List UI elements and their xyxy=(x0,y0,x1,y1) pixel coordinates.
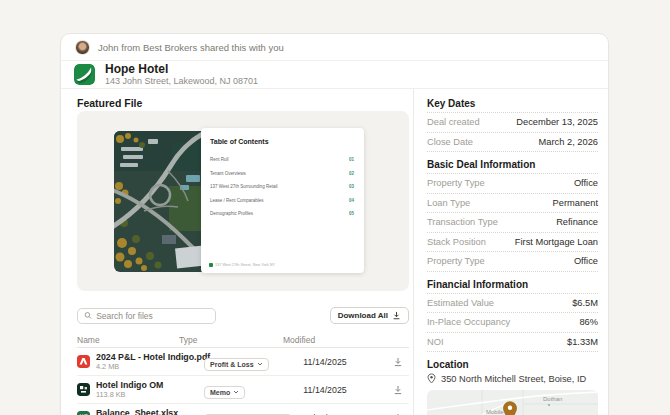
file-type-chip[interactable]: Profit & Loss xyxy=(204,358,269,371)
toc-item-label: Lease / Rent Comparables xyxy=(210,198,264,203)
info-value: Office xyxy=(574,178,598,188)
spreadsheet-file-icon xyxy=(77,411,90,415)
info-row: Stack Position First Mortgage Loan xyxy=(427,233,598,253)
file-modified-date: 11/14/2025 xyxy=(283,385,367,395)
info-label: Deal created xyxy=(427,117,480,127)
info-row: Property Type Office xyxy=(427,252,598,272)
toc-footer-logo-icon xyxy=(209,263,213,267)
download-icon xyxy=(393,385,403,395)
download-all-button[interactable]: Download All xyxy=(330,307,409,324)
info-label: Loan Type xyxy=(427,198,470,208)
map-city-label: Dothan xyxy=(543,396,562,402)
file-download-button[interactable] xyxy=(391,355,405,369)
share-banner: John from Best Brokers shared this with … xyxy=(61,34,608,61)
file-type-chip[interactable]: Memo xyxy=(204,386,245,399)
column-header-modified: Modified xyxy=(283,335,367,345)
chevron-down-icon xyxy=(257,362,263,366)
location-map: Dothan Mobile Tallahassee New Orleans xyxy=(427,390,598,415)
file-row[interactable]: Balance_Sheet.xlsx 43.8 KB Business Fina… xyxy=(77,404,409,415)
toc-item: Rent Roll 01 xyxy=(210,153,354,167)
map-pin-icon xyxy=(427,373,436,384)
section-title-basic-deal-info: Basic Deal Information xyxy=(427,159,598,170)
toc-item: Tenant Overviews 02 xyxy=(210,167,354,181)
info-row: Loan Type Permanent xyxy=(427,194,598,214)
chevron-down-icon xyxy=(233,390,239,394)
file-download-button[interactable] xyxy=(391,383,405,397)
info-value: $1.33M xyxy=(567,337,598,347)
info-value: First Mortgage Loan xyxy=(515,237,598,247)
toc-item: 137 West 27th Surrounding Retail 03 xyxy=(210,180,354,194)
info-label: Estimated Value xyxy=(427,298,494,308)
main-column: Featured File xyxy=(61,89,414,415)
info-value: Refinance xyxy=(556,217,598,227)
deal-info-sidebar: Key Dates Deal created December 13, 2025… xyxy=(414,89,609,415)
pdf-file-icon xyxy=(77,355,90,368)
info-row: Estimated Value $6.5M xyxy=(427,294,598,314)
files-table: Name Type Modified 2024 P&L - Hotel Indi… xyxy=(77,332,409,415)
file-name: Hotel Indigo OM xyxy=(96,380,163,391)
info-row: In-Place Occupancy 86% xyxy=(427,313,598,333)
toc-page-number: 01 xyxy=(349,157,354,162)
toc-footer-text: 137 West 27th Street, New York NY xyxy=(215,263,275,267)
info-row: Transaction Type Refinance xyxy=(427,213,598,233)
location-address: 350 North Mitchell Street, Boise, ID xyxy=(441,374,586,384)
file-download-button[interactable] xyxy=(391,411,405,415)
files-table-header: Name Type Modified xyxy=(77,332,409,348)
info-value: Office xyxy=(574,256,598,266)
share-banner-text: John from Best Brokers shared this with … xyxy=(98,42,284,53)
info-label: Close Date xyxy=(427,137,473,147)
info-label: In-Place Occupancy xyxy=(427,317,510,327)
search-icon xyxy=(84,311,92,320)
info-value: $6.5M xyxy=(572,298,598,308)
toc-item-label: Rent Roll xyxy=(210,157,229,162)
download-all-label: Download All xyxy=(338,311,388,320)
map-city-label: Mobile xyxy=(486,409,504,415)
toc-page-number: 05 xyxy=(349,211,354,216)
column-header-name: Name xyxy=(77,335,179,345)
file-row[interactable]: 2024 P&L - Hotel Indigo.pdf 4.2 MB Profi… xyxy=(77,348,409,376)
toc-title: Table of Contents xyxy=(210,138,354,145)
file-modified-date: 11/14/2025 xyxy=(283,357,367,367)
file-row[interactable]: Hotel Indigo OM 113.8 KB Memo 11/14/2025 xyxy=(77,376,409,404)
toc-page-number: 04 xyxy=(349,198,354,203)
file-name: 2024 P&L - Hotel Indigo.pdf xyxy=(96,352,210,363)
section-title-location: Location xyxy=(427,359,598,370)
file-type-label: Memo xyxy=(210,389,230,396)
info-value: March 2, 2026 xyxy=(539,137,598,147)
search-input[interactable] xyxy=(96,311,209,321)
toc-item: Demographic Profiles 05 xyxy=(210,207,354,221)
file-size: 113.8 KB xyxy=(96,390,163,399)
toc-page-number: 02 xyxy=(349,171,354,176)
location-address-row: 350 North Mitchell Street, Boise, ID xyxy=(427,373,598,384)
deal-share-panel: John from Best Brokers shared this with … xyxy=(60,33,609,415)
file-search xyxy=(77,308,216,324)
property-address: 143 John Street, Lakewood, NJ 08701 xyxy=(105,76,258,86)
toc-item-label: Demographic Profiles xyxy=(210,211,253,216)
document-file-icon xyxy=(77,383,90,396)
info-label: Transaction Type xyxy=(427,217,498,227)
sharer-avatar xyxy=(75,40,90,55)
info-label: Property Type xyxy=(427,178,485,188)
column-header-type: Type xyxy=(179,335,283,345)
hotel-logo-icon xyxy=(74,64,95,85)
download-icon xyxy=(393,357,403,367)
toc-card: Table of Contents Rent Roll 01 Tenant Ov… xyxy=(201,128,364,273)
info-row: NOI $1.33M xyxy=(427,333,598,353)
file-type-label: Profit & Loss xyxy=(210,361,254,368)
info-label: Property Type xyxy=(427,256,485,266)
property-name: Hope Hotel xyxy=(105,63,258,77)
file-size: 4.2 MB xyxy=(96,362,210,371)
toc-page-number: 03 xyxy=(349,184,354,189)
info-label: Stack Position xyxy=(427,237,486,247)
info-row: Property Type Office xyxy=(427,174,598,194)
featured-file-heading: Featured File xyxy=(77,97,407,109)
section-title-key-dates: Key Dates xyxy=(427,98,598,109)
section-title-financial-info: Financial Information xyxy=(427,279,598,290)
property-header: Hope Hotel 143 John Street, Lakewood, NJ… xyxy=(61,61,608,89)
toc-item-label: 137 West 27th Surrounding Retail xyxy=(210,184,277,189)
map-marker-icon xyxy=(504,402,517,415)
toc-item-label: Tenant Overviews xyxy=(210,171,246,176)
info-value: Permanent xyxy=(553,198,598,208)
featured-file-preview[interactable]: Table of Contents Rent Roll 01 Tenant Ov… xyxy=(77,111,409,291)
info-row: Close Date March 2, 2026 xyxy=(427,133,598,153)
